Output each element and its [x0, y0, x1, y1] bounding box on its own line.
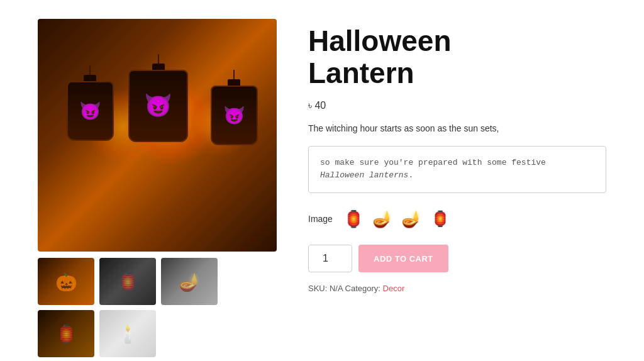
- lantern-left: 😈: [67, 65, 114, 141]
- variant-label: Image: [308, 214, 333, 224]
- product-price: ৳ 40: [308, 100, 606, 111]
- category-label: Category:: [345, 284, 383, 293]
- sku-label: SKU: N/A: [308, 284, 343, 293]
- product-title: Halloween Lantern: [308, 25, 606, 89]
- variant-section: Image 🏮 🪔 🪔 🏮: [308, 207, 606, 231]
- thumbnail-1[interactable]: 🎃: [38, 258, 94, 305]
- variant-option-2[interactable]: 🪔: [370, 207, 394, 231]
- main-product-image: 😈 😈 😈: [38, 19, 277, 252]
- variant-option-1[interactable]: 🏮: [341, 207, 365, 231]
- product-meta: SKU: N/A Category: Decor: [308, 284, 606, 293]
- product-description: The witching hour starts as soon as the …: [308, 121, 606, 135]
- quantity-input[interactable]: [308, 245, 352, 272]
- add-to-cart-button[interactable]: ADD TO CART: [358, 245, 448, 272]
- lantern-right: 😈: [211, 70, 258, 145]
- thumbnail-row: 🎃 🏮 🪔 🏮 🕯️: [38, 258, 277, 357]
- product-title-line2: Lantern: [308, 57, 414, 89]
- add-to-cart-row: ADD TO CART: [308, 245, 606, 272]
- product-text-box: so make sure you're prepared with some f…: [308, 146, 606, 194]
- product-info: Halloween Lantern ৳ 40 The witching hour…: [308, 19, 606, 357]
- variant-option-4[interactable]: 🏮: [428, 207, 452, 231]
- product-title-line1: Halloween: [308, 25, 452, 57]
- image-gallery: 😈 😈 😈: [38, 19, 277, 357]
- variant-images: 🏮 🪔 🪔 🏮: [341, 207, 452, 231]
- category-link[interactable]: Decor: [383, 284, 405, 293]
- thumbnail-4[interactable]: 🏮: [38, 310, 94, 357]
- thumbnail-2[interactable]: 🏮: [99, 258, 156, 305]
- product-page: 😈 😈 😈: [0, 0, 644, 361]
- thumbnail-3[interactable]: 🪔: [161, 258, 218, 305]
- variant-option-3[interactable]: 🪔: [399, 207, 423, 231]
- lantern-scene: 😈 😈 😈: [38, 19, 277, 252]
- lantern-center: 😈: [128, 54, 188, 142]
- thumbnail-5[interactable]: 🕯️: [99, 310, 156, 357]
